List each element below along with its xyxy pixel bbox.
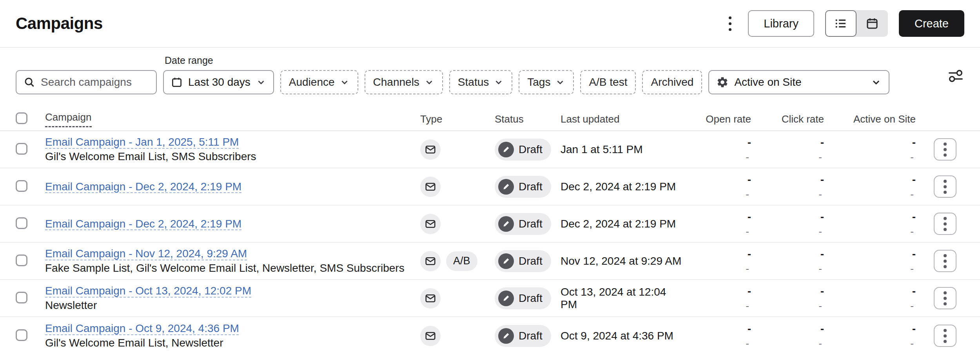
row-actions-button[interactable] [934,325,956,347]
draft-pencil-icon [498,253,514,269]
ab-test-filter[interactable]: A/B test [580,70,636,94]
email-icon [420,326,441,346]
row-actions-button[interactable] [934,250,956,272]
open-rate-cell: -- [682,174,751,199]
status-filter[interactable]: Status [449,70,512,94]
campaign-audience-list: Gil's Welcome Email List, Newsletter [45,337,408,349]
campaign-link[interactable]: Email Campaign - Dec 2, 2024, 2:19 PM [45,180,241,193]
click-rate-cell: -- [751,174,824,199]
row-checkbox[interactable] [16,143,27,155]
status-badge: Draft [495,139,551,161]
last-updated: Oct 13, 2024 at 12:04 PM [561,286,682,311]
active-on-site-cell: -- [824,323,916,348]
open-rate-cell: -- [682,137,751,162]
filter-bar: Date range Last 30 days Audience [0,48,980,108]
last-updated: Jan 1 at 5:11 PM [561,143,682,156]
row-actions-button[interactable] [934,213,956,235]
table-row: Email Campaign - Oct 9, 2024, 4:36 PM Gi… [0,317,980,354]
metric-select-value: Active on Site [734,76,865,88]
channels-filter[interactable]: Channels [365,70,443,94]
campaign-audience-list: Newsletter [45,299,408,312]
draft-pencil-icon [498,179,514,195]
email-icon [420,251,441,271]
table-row: Email Campaign - Nov 12, 2024, 9:29 AM F… [0,243,980,280]
campaign-link[interactable]: Email Campaign - Jan 1, 2025, 5:11 PM [45,136,239,148]
chevron-down-icon [424,77,434,87]
page-header: Campaigns Library [0,0,980,48]
active-on-site-cell: -- [824,174,916,199]
click-rate-cell: -- [751,211,824,236]
search-icon [24,76,35,88]
row-checkbox[interactable] [16,255,27,266]
date-range-select[interactable]: Last 30 days [163,70,274,94]
select-all-checkbox[interactable] [16,112,27,124]
filter-settings-button[interactable] [947,67,964,85]
row-actions-button[interactable] [934,287,956,309]
table-header-row: Campaign Type Status Last updated Open r… [0,108,980,131]
column-header-campaign[interactable]: Campaign [45,111,92,127]
table-row: Email Campaign - Oct 13, 2024, 12:02 PM … [0,280,980,317]
email-icon [420,288,441,309]
last-updated: Oct 9, 2024 at 4:36 PM [561,330,682,342]
audience-filter[interactable]: Audience [280,70,358,94]
click-rate-cell: -- [751,137,824,162]
status-badge: Draft [495,176,551,198]
click-rate-cell: -- [751,323,824,348]
tags-filter[interactable]: Tags [519,70,574,94]
chevron-down-icon [871,77,882,88]
overflow-menu-button[interactable] [723,13,737,35]
table-row: Email Campaign - Dec 2, 2024, 2:19 PM Dr… [0,206,980,243]
campaign-audience-list: Gil's Welcome Email List, SMS Subscriber… [45,150,408,163]
open-rate-cell: -- [682,211,751,236]
campaign-link[interactable]: Email Campaign - Oct 9, 2024, 4:36 PM [45,322,239,335]
page-title: Campaigns [16,14,103,33]
search-field[interactable] [16,70,157,94]
click-rate-cell: -- [751,286,824,311]
row-actions-button[interactable] [934,175,956,198]
last-updated: Nov 12, 2024 at 9:29 AM [561,255,682,267]
campaigns-table: Campaign Type Status Last updated Open r… [0,108,980,354]
view-toggle [825,10,888,37]
column-header-last-updated: Last updated [561,113,682,125]
list-view-icon [834,17,848,30]
create-button[interactable]: Create [899,10,964,37]
list-view-button[interactable] [825,10,857,37]
column-header-active-on-site: Active on Site [824,113,916,125]
row-actions-button[interactable] [934,138,956,161]
chevron-down-icon [339,77,350,87]
status-badge: Draft [495,287,551,309]
open-rate-cell: -- [682,249,751,274]
library-button[interactable]: Library [748,10,814,37]
active-on-site-cell: -- [824,286,916,311]
email-icon [420,177,441,197]
open-rate-cell: -- [682,286,751,311]
draft-pencil-icon [498,142,514,157]
table-row: Email Campaign - Jan 1, 2025, 5:11 PM Gi… [0,131,980,168]
row-checkbox[interactable] [16,329,27,341]
chevron-down-icon [494,77,504,87]
campaign-link[interactable]: Email Campaign - Dec 2, 2024, 2:19 PM [45,218,241,230]
chevron-down-icon [555,77,565,87]
row-checkbox[interactable] [16,217,27,229]
header-actions: Library [723,10,964,37]
chevron-down-icon [256,77,266,87]
kebab-menu-icon [729,16,731,19]
active-on-site-metric-select[interactable]: Active on Site [708,70,889,94]
last-updated: Dec 2, 2024 at 2:19 PM [561,180,682,193]
row-checkbox[interactable] [16,180,27,192]
active-on-site-cell: -- [824,211,916,236]
calendar-view-button[interactable] [857,10,888,37]
open-rate-cell: -- [682,323,751,348]
search-input[interactable] [41,76,149,88]
ab-test-badge: A/B [446,251,477,271]
row-checkbox[interactable] [16,292,27,303]
column-header-click-rate: Click rate [751,113,824,125]
campaign-audience-list: Fake Sample List, Gil's Welcome Email Li… [45,262,408,274]
campaign-link[interactable]: Email Campaign - Nov 12, 2024, 9:29 AM [45,247,247,260]
archived-filter[interactable]: Archived [642,70,702,94]
date-range-value: Last 30 days [188,76,250,88]
campaign-link[interactable]: Email Campaign - Oct 13, 2024, 12:02 PM [45,285,251,297]
table-row: Email Campaign - Dec 2, 2024, 2:19 PM Dr… [0,168,980,206]
calendar-icon [171,76,183,88]
date-range-label: Date range [165,55,274,66]
